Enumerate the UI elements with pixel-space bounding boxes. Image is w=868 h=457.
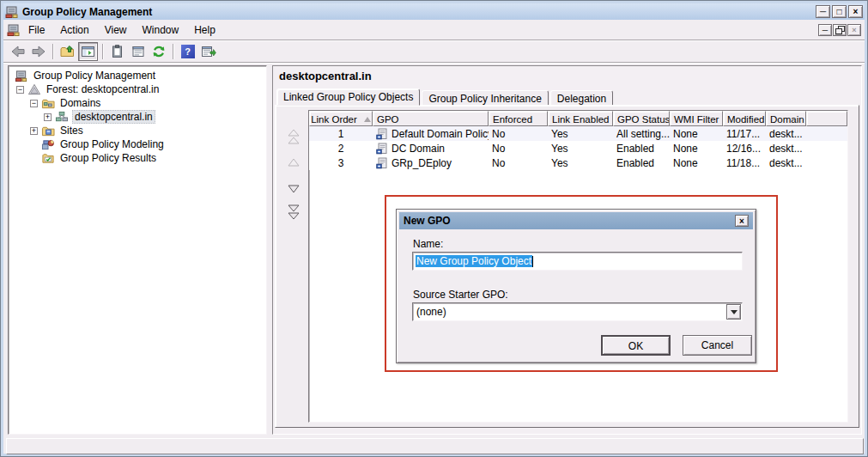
domains-folder-icon: [41, 97, 55, 110]
clipboard-icon: [111, 45, 124, 58]
move-bottom-button[interactable]: [285, 204, 302, 222]
back-button[interactable]: [8, 42, 27, 61]
column-header-link-order[interactable]: Link Order: [309, 111, 373, 126]
name-label: Name:: [413, 238, 443, 250]
tab-gp-inheritance[interactable]: Group Policy Inheritance: [422, 90, 548, 106]
collapse-icon[interactable]: −: [30, 100, 38, 107]
column-header-modified[interactable]: Modified: [723, 111, 766, 126]
source-starter-gpo-label: Source Starter GPO:: [413, 289, 508, 301]
toolbar-separator: [173, 44, 174, 59]
cancel-button[interactable]: Cancel: [683, 335, 752, 356]
clipboard-button[interactable]: [107, 42, 127, 61]
toolbar-separator: [52, 44, 54, 59]
source-starter-gpo-select[interactable]: (none): [412, 302, 743, 321]
gpmc-app-icon: [5, 5, 19, 19]
gpo-name-input[interactable]: New Group Policy Object: [412, 252, 743, 271]
column-header-enforced[interactable]: Enforced: [489, 111, 548, 126]
expand-icon[interactable]: +: [44, 113, 52, 121]
child-restore-button[interactable]: [833, 24, 847, 36]
forward-icon: [31, 45, 46, 58]
menu-file[interactable]: File: [21, 21, 52, 39]
details-heading: desktopcentral.in: [279, 70, 372, 82]
table-row[interactable]: 2 DC Domain No Yes E: [309, 141, 847, 155]
column-header-link-enabled[interactable]: Link Enabled: [548, 111, 613, 126]
tree-item-gpmc-root[interactable]: Group Policy Management: [9, 69, 265, 82]
tree-item-forest[interactable]: − Forest: desktopcentral.in: [9, 82, 265, 96]
cell-wmi-filter: None: [670, 157, 723, 169]
close-button[interactable]: ×: [848, 5, 863, 18]
refresh-button[interactable]: [149, 42, 168, 61]
move-up-icon: [287, 158, 300, 168]
tree-item-desktopcentral[interactable]: + desktopcentral.in: [9, 110, 265, 124]
cell-gpo-status: All setting...: [613, 128, 670, 140]
list-header: Link Order GPO Enforced Link Enabled GPO…: [309, 111, 847, 126]
toolbar-separator: [102, 44, 104, 59]
collapse-icon[interactable]: −: [16, 86, 24, 94]
tree-item-label: Group Policy Results: [58, 152, 158, 164]
table-row[interactable]: 3 GRp_DEploy No Yes: [309, 155, 847, 170]
cell-domain: deskt...: [766, 157, 806, 169]
move-top-icon: [287, 129, 300, 146]
menu-view[interactable]: View: [97, 21, 135, 39]
console-tree-pane: Group Policy Management − Forest: deskto…: [8, 65, 267, 435]
tree-item-label: Sites: [58, 125, 85, 137]
tree-item-label: Domains: [58, 97, 102, 109]
cell-gpo: DC Domain: [373, 143, 489, 155]
cell-enforced: No: [489, 157, 548, 169]
dialog-title: New GPO: [404, 215, 735, 227]
gpo-name: GRp_DEploy: [392, 157, 452, 169]
tree-item-domains[interactable]: − Domains: [9, 96, 265, 110]
sites-folder-icon: [41, 125, 55, 137]
up-one-level-icon: [60, 45, 75, 58]
help-button[interactable]: ?: [178, 42, 197, 61]
menu-window[interactable]: Window: [135, 21, 187, 39]
tab-delegation[interactable]: Delegation: [550, 90, 613, 106]
move-down-button[interactable]: [285, 180, 302, 198]
move-top-button[interactable]: [285, 128, 302, 147]
show-console-tree-button[interactable]: [78, 42, 98, 61]
restore-icon: [835, 26, 844, 34]
tree-item-gp-results[interactable]: Group Policy Results: [9, 151, 265, 165]
cell-link-order: 3: [309, 157, 373, 169]
properties-button[interactable]: [128, 42, 148, 61]
menu-action[interactable]: Action: [52, 21, 96, 39]
column-header-domain[interactable]: Domain: [766, 111, 806, 126]
minimize-button[interactable]: ─: [816, 5, 830, 18]
child-close-button[interactable]: ×: [847, 24, 861, 36]
menu-help[interactable]: Help: [186, 21, 223, 39]
cell-gpo: GRp_DEploy: [373, 157, 489, 169]
column-header-gpo[interactable]: GPO: [373, 111, 489, 126]
link-order-controls: [278, 106, 307, 427]
gpmc-root-icon: [15, 70, 28, 82]
tree-item-sites[interactable]: + Sites: [9, 124, 265, 137]
cell-wmi-filter: None: [670, 143, 723, 155]
dropdown-button[interactable]: [726, 304, 741, 320]
dialog-titlebar[interactable]: New GPO ×: [399, 212, 753, 229]
cell-modified: 11/18...: [723, 157, 766, 169]
export-list-icon: [201, 45, 216, 58]
maximize-button[interactable]: □: [832, 5, 847, 18]
column-header-wmi-filter[interactable]: WMI Filter: [670, 111, 723, 126]
gpo-name: DC Domain: [392, 143, 445, 155]
cell-domain: deskt...: [766, 128, 806, 140]
cell-link-order: 1: [309, 128, 373, 140]
sort-ascending-icon: [364, 117, 371, 122]
forward-button[interactable]: [28, 42, 48, 61]
move-up-button[interactable]: [285, 154, 302, 173]
ok-button[interactable]: OK: [601, 335, 671, 356]
gp-modeling-icon: [41, 138, 55, 151]
dialog-close-button[interactable]: ×: [735, 215, 749, 227]
child-minimize-button[interactable]: ─: [818, 24, 832, 36]
gpo-icon: [376, 157, 388, 169]
gpo-name: Default Domain Policy: [392, 128, 489, 140]
table-row[interactable]: 1 Default Domain Policy No Yes: [309, 126, 847, 141]
column-header-gpo-status[interactable]: GPO Status: [613, 111, 670, 126]
up-one-level-button[interactable]: [58, 42, 77, 61]
export-list-button[interactable]: [198, 42, 218, 61]
window-titlebar[interactable]: Group Policy Management ─ □ ×: [3, 3, 865, 20]
tree-item-gp-modeling[interactable]: Group Policy Modeling: [9, 137, 265, 151]
tab-linked-gpos[interactable]: Linked Group Policy Objects: [276, 88, 420, 106]
gpo-icon: [376, 128, 388, 140]
expand-icon[interactable]: +: [30, 127, 38, 135]
menu-bar: File Action View Window Help ─ ×: [3, 20, 865, 40]
